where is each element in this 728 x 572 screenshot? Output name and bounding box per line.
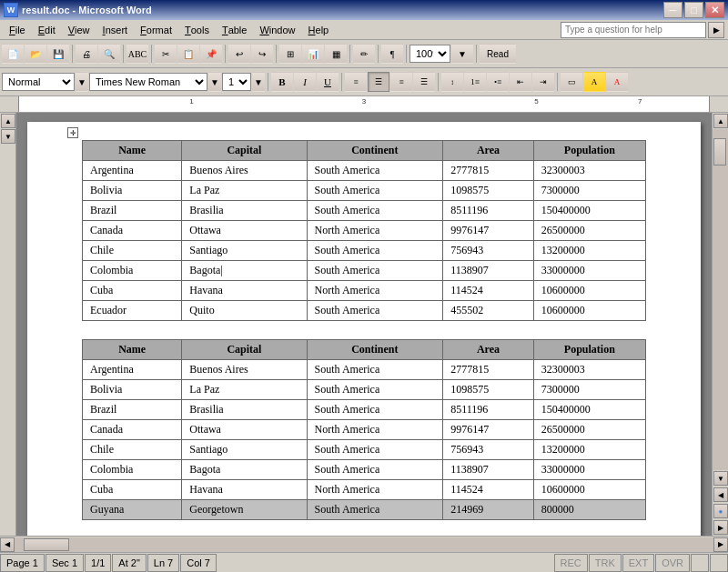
outside-border-button[interactable]: ▭ xyxy=(561,72,582,92)
scroll-thumb[interactable] xyxy=(713,138,726,166)
align-center-button[interactable]: ☰ xyxy=(368,72,389,92)
zoom-dropdown-button[interactable]: ▼ xyxy=(451,44,473,64)
scroll-left-button[interactable]: ◀ xyxy=(0,537,15,552)
font-combo[interactable]: Times New Roman xyxy=(89,73,207,91)
status-trk: TRK xyxy=(589,554,622,572)
table2-container: Name Capital Continent Area Population A… xyxy=(82,339,646,520)
columns-button[interactable]: ▦ xyxy=(325,44,347,64)
h-scroll-thumb[interactable] xyxy=(24,538,69,551)
separator-8 xyxy=(406,45,407,63)
new-button[interactable]: 📄 xyxy=(2,44,24,64)
close-button[interactable]: ✕ xyxy=(705,2,724,18)
style-dropdown-button[interactable]: ▼ xyxy=(76,72,88,92)
table-row: ColombiaBagotaSouth America1138907330000… xyxy=(83,460,646,480)
drawing-button[interactable]: ✏ xyxy=(353,44,375,64)
help-search-button[interactable]: ▶ xyxy=(708,22,724,38)
bullets-button[interactable]: •≡ xyxy=(487,72,509,92)
table-row: CanadaOttawaNorth America997614726500000 xyxy=(83,420,646,440)
status-ovr: OVR xyxy=(655,554,690,572)
print-preview-button[interactable]: 🔍 xyxy=(98,44,120,64)
app-window: W result.doc - Microsoft Word ─ □ ✕ File… xyxy=(0,0,728,572)
status-sec: Sec 1 xyxy=(46,554,84,572)
table-row: ChileSantiagoSouth America75694313200000 xyxy=(83,241,646,261)
spell-check-button[interactable]: ABC xyxy=(126,44,148,64)
align-left-button[interactable]: ≡ xyxy=(345,72,367,92)
copy-button[interactable]: 📋 xyxy=(177,44,199,64)
next-page-button[interactable]: ▶ xyxy=(713,520,728,535)
table-row: ChileSantiagoSouth America75694313200000 xyxy=(83,440,646,460)
separator-1 xyxy=(72,45,73,63)
style-combo[interactable]: Normal xyxy=(2,73,75,91)
paste-button[interactable]: 📌 xyxy=(200,44,222,64)
table-row: BoliviaLa PazSouth America10985757300000 xyxy=(83,181,646,201)
show-formatting-button[interactable]: ¶ xyxy=(381,44,403,64)
menu-help[interactable]: Help xyxy=(303,21,335,39)
table1-header-capital: Capital xyxy=(182,141,307,161)
status-page: Page 1 xyxy=(0,554,45,572)
justify-button[interactable]: ☰ xyxy=(413,72,435,92)
italic-button[interactable]: I xyxy=(294,72,316,92)
prev-page-button[interactable]: ◀ xyxy=(713,487,728,502)
ruler: 1 3 5 7 xyxy=(0,96,728,113)
bold-button[interactable]: B xyxy=(271,72,293,92)
formatting-toolbar: Normal ▼ Times New Roman ▼ 12 ▼ B I U ≡ … xyxy=(0,68,728,96)
menu-edit[interactable]: Edit xyxy=(33,21,61,39)
increase-indent-button[interactable]: ⇥ xyxy=(532,72,554,92)
scroll-up-arrow[interactable]: ▲ xyxy=(713,114,728,128)
table2-header-row: Name Capital Continent Area Population xyxy=(83,340,646,360)
table-row: CubaHavanaNorth America11452410600000 xyxy=(83,281,646,301)
menu-file[interactable]: File xyxy=(4,21,31,39)
status-page-of: 1/1 xyxy=(85,554,111,572)
scroll-left-down-arrow[interactable]: ▼ xyxy=(1,129,15,144)
font-dropdown-button[interactable]: ▼ xyxy=(208,72,221,92)
redo-button[interactable]: ↪ xyxy=(251,44,273,64)
table2-header-continent: Continent xyxy=(307,340,443,360)
table-move-indicator[interactable]: ✛ xyxy=(67,127,78,138)
ruler-mark-3: 5 xyxy=(534,97,538,105)
highlight-button[interactable]: A xyxy=(583,72,605,92)
table2-header-population: Population xyxy=(533,340,645,360)
menu-insert[interactable]: Insert xyxy=(97,21,134,39)
save-button[interactable]: 💾 xyxy=(47,44,69,64)
help-search-input[interactable] xyxy=(561,22,706,38)
table1-header-area: Area xyxy=(443,141,534,161)
underline-button[interactable]: U xyxy=(317,72,339,92)
fmt-sep-1 xyxy=(268,73,268,91)
table-row: ArgentinaBuenos AiresSouth America277781… xyxy=(83,161,646,181)
separator-7 xyxy=(378,45,379,63)
decrease-indent-button[interactable]: ⇤ xyxy=(510,72,531,92)
select-browse-object-button[interactable]: ● xyxy=(713,504,728,518)
title-bar-left: W result.doc - Microsoft Word xyxy=(4,3,152,17)
table-row: CanadaOttawaNorth America997614726500000 xyxy=(83,221,646,241)
right-scrollbar: ▲ ▼ ◀ ● ▶ xyxy=(712,113,728,536)
insert-excel-button[interactable]: 📊 xyxy=(302,44,324,64)
font-size-combo[interactable]: 12 xyxy=(222,73,251,91)
table2-header-area: Area xyxy=(443,340,534,360)
minimize-button[interactable]: ─ xyxy=(663,2,682,18)
size-dropdown-button[interactable]: ▼ xyxy=(252,72,265,92)
print-button[interactable]: 🖨 xyxy=(76,44,97,64)
menu-tools[interactable]: Tools xyxy=(179,21,215,39)
undo-button[interactable]: ↩ xyxy=(228,44,250,64)
scroll-right-button[interactable]: ▶ xyxy=(713,537,728,552)
align-right-button[interactable]: ≡ xyxy=(390,72,412,92)
scroll-down-arrow[interactable]: ▼ xyxy=(713,471,728,486)
open-button[interactable]: 📂 xyxy=(25,44,46,64)
table1-header-population: Population xyxy=(533,141,645,161)
menu-window[interactable]: Window xyxy=(254,21,300,39)
menu-table[interactable]: Table xyxy=(217,21,253,39)
zoom-combo[interactable]: 100% xyxy=(410,45,450,63)
maximize-button[interactable]: □ xyxy=(684,2,703,18)
separator-3 xyxy=(151,45,152,63)
menu-format[interactable]: Format xyxy=(135,21,177,39)
status-lang xyxy=(710,554,728,572)
title-bar: W result.doc - Microsoft Word ─ □ ✕ xyxy=(0,0,728,20)
read-button[interactable]: Read xyxy=(480,44,516,64)
line-spacing-button[interactable]: ↕ xyxy=(441,72,463,92)
cut-button[interactable]: ✂ xyxy=(155,44,177,64)
scroll-left-up-arrow[interactable]: ▲ xyxy=(1,114,15,128)
numbering-button[interactable]: 1≡ xyxy=(464,72,486,92)
insert-table-button[interactable]: ⊞ xyxy=(279,44,301,64)
menu-view[interactable]: View xyxy=(63,21,96,39)
font-color-button[interactable]: A xyxy=(606,72,628,92)
